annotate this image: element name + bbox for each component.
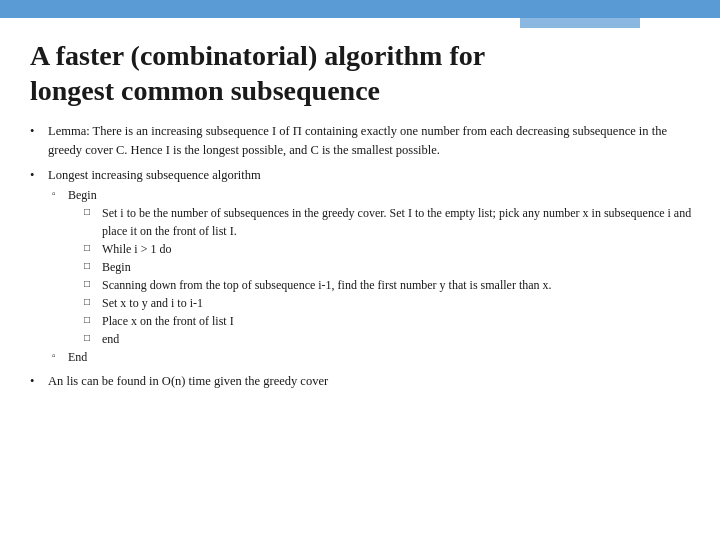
title-line2: longest common subsequence	[30, 75, 380, 106]
lemma-text: Lemma: There is an increasing subsequenc…	[48, 124, 667, 157]
item-scanning: Scanning down from the top of subsequenc…	[84, 276, 700, 294]
begin-label: Begin	[68, 188, 97, 202]
item-while: While i > 1 do	[84, 240, 700, 258]
title-line1: A faster (combinatorial) algorithm for	[30, 40, 485, 71]
item-scanning-text: Scanning down from the top of subsequenc…	[102, 278, 552, 292]
sub-begin: Begin Set i to be the number of subseque…	[48, 186, 700, 348]
algorithm-sub-list: Begin Set i to be the number of subseque…	[48, 186, 700, 366]
item-while-text: While i > 1 do	[102, 242, 171, 256]
item-set-i: Set i to be the number of subsequences i…	[84, 204, 700, 240]
sub-end: End	[48, 348, 700, 366]
item-end-inner: end	[84, 330, 700, 348]
algorithm-title: Longest increasing subsequence algorithm	[48, 168, 261, 182]
top-right-decoration	[520, 0, 640, 28]
item-end-inner-text: end	[102, 332, 119, 346]
begin-items: Set i to be the number of subsequences i…	[68, 204, 700, 348]
bullet-footer: An lis can be found in O(n) time given t…	[30, 372, 700, 391]
footer-text: An lis can be found in O(n) time given t…	[48, 374, 328, 388]
end-label: End	[68, 350, 87, 364]
main-bullet-list: Lemma: There is an increasing subsequenc…	[30, 122, 700, 391]
item-set-x-text: Set x to y and i to i-1	[102, 296, 203, 310]
main-content: A faster (combinatorial) algorithm for l…	[30, 28, 700, 530]
item-place-x-text: Place x on the front of list I	[102, 314, 234, 328]
item-set-x: Set x to y and i to i-1	[84, 294, 700, 312]
item-place-x: Place x on the front of list I	[84, 312, 700, 330]
item-begin2: Begin	[84, 258, 700, 276]
bullet-lemma: Lemma: There is an increasing subsequenc…	[30, 122, 700, 160]
slide-title: A faster (combinatorial) algorithm for l…	[30, 38, 700, 108]
bullet-algorithm: Longest increasing subsequence algorithm…	[30, 166, 700, 367]
item-begin2-text: Begin	[102, 260, 131, 274]
item-set-i-text: Set i to be the number of subsequences i…	[102, 206, 691, 238]
